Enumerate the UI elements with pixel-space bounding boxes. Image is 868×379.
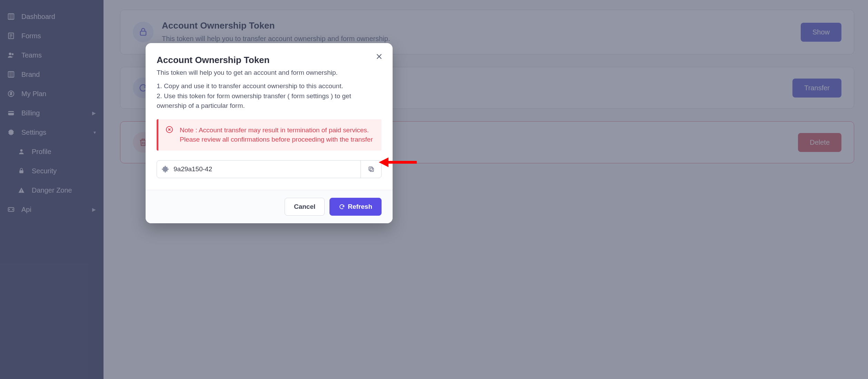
modal-instructions: 1. Copy and use it to transfer account o…	[157, 81, 382, 111]
refresh-icon	[339, 204, 345, 210]
token-field: 9a29a150-42	[157, 160, 382, 178]
modal-footer: Cancel Refresh	[146, 190, 393, 223]
token-blur-mask	[215, 161, 361, 178]
copy-button[interactable]	[361, 161, 381, 178]
modal-title: Account Ownership Token	[157, 55, 382, 65]
ownership-token-modal: Account Ownership Token This token will …	[146, 43, 393, 223]
svg-rect-17	[369, 167, 372, 170]
refresh-button[interactable]: Refresh	[329, 198, 382, 216]
puzzle-icon	[157, 161, 174, 178]
modal-overlay[interactable]	[0, 0, 868, 379]
svg-rect-16	[370, 168, 373, 171]
warning-note: Note : Account transfer may result in te…	[157, 119, 382, 151]
modal-step-2: 2. Use this token for form ownership tra…	[157, 91, 382, 111]
modal-subtitle: This token will help you to get an accou…	[157, 69, 382, 76]
error-circle-icon	[165, 125, 174, 134]
close-button[interactable]	[373, 51, 385, 62]
cancel-button[interactable]: Cancel	[285, 198, 325, 216]
warning-text: Note : Account transfer may result in te…	[180, 125, 375, 144]
modal-step-1: 1. Copy and use it to transfer account o…	[157, 81, 382, 91]
token-value: 9a29a150-42	[174, 161, 361, 178]
refresh-button-label: Refresh	[348, 203, 372, 211]
